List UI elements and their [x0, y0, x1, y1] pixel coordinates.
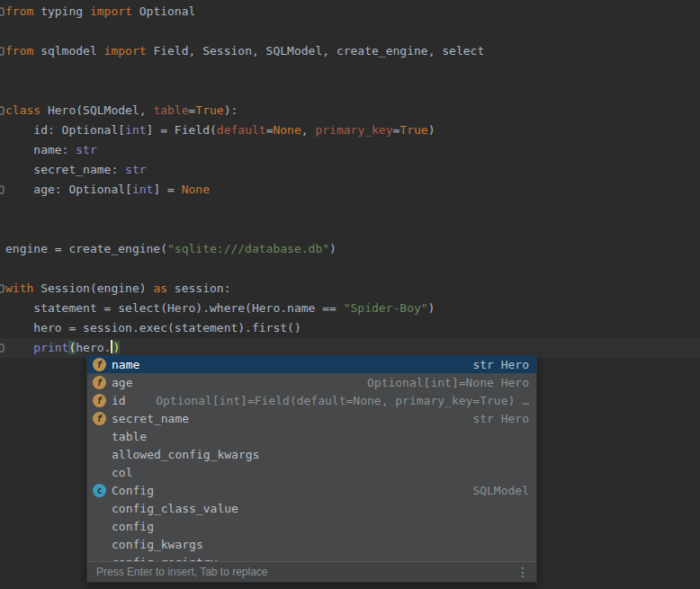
completion-item-label: allowed_config_kwargs [112, 448, 259, 461]
field-icon: f [93, 394, 106, 407]
code-token: ) [428, 301, 435, 315]
completion-item-config_registry[interactable]: config_registry [87, 553, 536, 561]
blank-icon [93, 502, 106, 515]
blank-icon [93, 466, 106, 479]
completion-item-secret_name[interactable]: fsecret_namestr Hero [87, 409, 536, 427]
code-line[interactable] [0, 61, 700, 81]
completion-footer: Press Enter to insert, Tab to replace ⋮ [87, 561, 536, 582]
completion-item-label: col [112, 466, 132, 479]
code-token: Session(engine) [33, 281, 153, 295]
code-token: int [132, 183, 153, 196]
completion-item-label: Config [112, 484, 154, 497]
completion-item-age[interactable]: fageOptional[int]=None Hero [87, 373, 536, 391]
completion-item-config_class_value[interactable]: config_class_value [87, 499, 536, 517]
completion-item-type-hint: str Hero [462, 358, 529, 371]
code-token: import [104, 44, 147, 58]
code-line[interactable] [0, 200, 700, 219]
code-token: statement = select(Hero).where(Hero.name… [5, 301, 344, 315]
completion-item-label: config_class_value [112, 502, 238, 515]
gutter-icon-fragment [0, 284, 4, 293]
code-token: default [217, 123, 266, 137]
code-token: ) [112, 341, 120, 354]
completion-item-label: id [112, 394, 126, 407]
code-token: with [5, 281, 33, 295]
code-token: primary_key [315, 123, 392, 137]
code-line[interactable]: with Session(engine) as session: [0, 279, 700, 299]
code-token: Field, Session, SQLModel, create_engine,… [147, 44, 485, 58]
code-line[interactable]: age: Optional[int] = None [0, 180, 700, 200]
code-token: table [153, 103, 188, 117]
completion-item-config[interactable]: config [87, 517, 536, 535]
gutter-icon-fragment [0, 344, 4, 353]
completion-item-type-hint: Optional[int]=None Hero [356, 376, 529, 389]
code-token: as [153, 281, 167, 295]
completion-item-id[interactable]: fidOptional[int]=Field(default=None, pri… [87, 391, 536, 409]
completion-item-table[interactable]: table [87, 427, 536, 445]
code-line[interactable] [0, 81, 700, 101]
code-line[interactable]: statement = select(Hero).where(Hero.name… [0, 299, 700, 318]
completion-item-label: config_kwargs [112, 538, 203, 551]
code-line[interactable]: id: Optional[int] = Field(default=None, … [0, 120, 700, 140]
code-token: hero = session.exec(statement).first() [5, 321, 301, 335]
code-token: , [301, 123, 316, 137]
code-line[interactable]: hero = session.exec(statement).first() [0, 318, 700, 338]
code-token: sqlmodel [33, 44, 103, 58]
more-options-icon[interactable]: ⋮ [516, 566, 529, 578]
code-token: str [76, 143, 96, 156]
blank-icon [93, 430, 106, 443]
code-line[interactable] [0, 22, 700, 41]
code-line[interactable]: secret_name: str [0, 160, 700, 180]
gutter-icon-fragment [0, 47, 4, 56]
code-line[interactable] [0, 219, 700, 239]
code-token: Optional [132, 4, 195, 18]
completion-item-col[interactable]: col [87, 463, 536, 481]
completion-item-label: config [112, 520, 154, 533]
code-line[interactable]: from sqlmodel import Field, Session, SQL… [0, 41, 700, 61]
code-token: name: [5, 143, 76, 156]
field-icon: f [93, 358, 106, 371]
code-token: from [5, 44, 33, 58]
code-token: from [5, 4, 33, 18]
code-token: True [195, 103, 223, 117]
code-token: "sqlite:///database.db" [167, 242, 329, 255]
code-lines: from typing import Optionalfrom sqlmodel… [0, 2, 700, 358]
code-token: ) [428, 123, 435, 137]
completion-item-type-hint: str Hero [462, 412, 529, 425]
completion-item-label: table [112, 430, 147, 443]
code-token: print [33, 341, 68, 354]
completion-item-type-hint: Optional[int]=Field(default=None, primar… [145, 394, 529, 407]
code-token: None [182, 183, 210, 196]
code-token: Hero(SQLModel, [40, 103, 153, 117]
completion-item-allowed_config_kwargs[interactable]: allowed_config_kwargs [87, 445, 536, 463]
blank-icon [93, 538, 106, 551]
code-line[interactable] [0, 259, 700, 279]
code-token: int [125, 123, 146, 137]
completion-popup: fnamestr HerofageOptional[int]=None Hero… [86, 354, 537, 583]
code-token: import [90, 4, 132, 18]
class-icon: c [93, 484, 106, 497]
completion-item-label: secret_name [112, 412, 189, 425]
completion-item-name[interactable]: fnamestr Hero [87, 355, 536, 373]
gutter-icon-fragment [0, 7, 4, 16]
completion-item-config_kwargs[interactable]: config_kwargs [87, 535, 536, 553]
code-token: str [125, 163, 146, 176]
code-line[interactable]: class Hero(SQLModel, table=True): [0, 101, 700, 120]
code-line[interactable]: engine = create_engine("sqlite:///databa… [0, 239, 700, 259]
code-token: age: Optional[ [5, 183, 132, 196]
field-icon: f [93, 412, 106, 425]
blank-icon [93, 520, 106, 533]
code-token: class [5, 103, 40, 117]
code-line[interactable]: name: str [0, 140, 700, 160]
code-token: engine = create_engine( [5, 242, 167, 255]
code-line[interactable]: from typing import Optional [0, 2, 700, 22]
code-token: None [273, 123, 301, 137]
completion-item-type-hint: SQLModel [462, 484, 529, 497]
gutter-icon-fragment [0, 106, 4, 115]
code-token: True [399, 123, 427, 137]
completion-item-label: name [112, 358, 139, 371]
completion-item-Config[interactable]: cConfigSQLModel [87, 481, 536, 499]
code-token: ) [329, 242, 337, 255]
completion-hint-text: Press Enter to insert, Tab to replace [96, 566, 268, 578]
code-token: typing [33, 4, 90, 18]
code-token: hero. [76, 341, 111, 354]
